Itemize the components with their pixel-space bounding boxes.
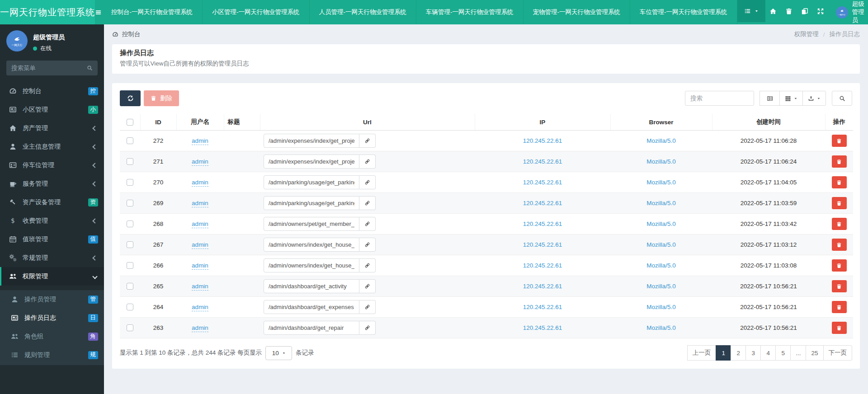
sidebar-item[interactable]: 服务管理	[0, 174, 104, 193]
browser-link[interactable]: Mozilla/5.0	[646, 200, 676, 206]
username-link[interactable]: admin	[192, 158, 208, 166]
row-checkbox[interactable]	[127, 179, 133, 186]
trash-button[interactable]	[781, 0, 797, 22]
sidebar-subitem[interactable]: 规则管理 规	[0, 346, 104, 364]
open-link-button[interactable]	[359, 196, 376, 210]
sidebar-item[interactable]: 资产设备管理 资	[0, 193, 104, 211]
page-button[interactable]: 4	[760, 345, 776, 361]
tabs-dropdown-button[interactable]	[737, 0, 765, 22]
open-link-button[interactable]	[359, 238, 376, 252]
url-input[interactable]	[264, 279, 359, 293]
ip-link[interactable]: 120.245.22.61	[523, 179, 562, 186]
row-checkbox[interactable]	[127, 137, 133, 144]
row-delete-button[interactable]	[832, 135, 847, 147]
browser-link[interactable]: Mozilla/5.0	[646, 179, 676, 186]
sidebar-item[interactable]: 权限管理	[0, 267, 104, 286]
window-tab[interactable]: 人员管理-一网天行物业管理系统	[310, 0, 417, 24]
username-link[interactable]: admin	[192, 137, 208, 145]
sidebar-subitem[interactable]: 角色组 角	[0, 327, 104, 346]
refresh-button[interactable]	[120, 90, 141, 106]
url-input[interactable]	[264, 134, 359, 148]
row-delete-button[interactable]	[832, 197, 847, 209]
open-link-button[interactable]	[359, 217, 376, 231]
window-tab[interactable]: 宠物管理-一网天行物业管理系统	[524, 0, 631, 24]
row-checkbox[interactable]	[127, 262, 133, 269]
url-input[interactable]	[264, 196, 359, 210]
row-checkbox[interactable]	[127, 241, 133, 248]
username-link[interactable]: admin	[192, 200, 208, 207]
detail-view-button[interactable]	[760, 91, 780, 106]
url-input[interactable]	[264, 238, 359, 252]
row-checkbox[interactable]	[127, 220, 133, 227]
row-delete-button[interactable]	[832, 218, 847, 230]
sidebar-item[interactable]: 停车位管理	[0, 156, 104, 174]
browser-link[interactable]: Mozilla/5.0	[646, 158, 676, 165]
fullscreen-button[interactable]	[813, 0, 829, 22]
column-header[interactable]: 创建时间	[712, 114, 825, 131]
sidebar-item[interactable]: 业主信息管理	[0, 137, 104, 156]
sidebar-item[interactable]: 常规管理	[0, 249, 104, 267]
open-link-button[interactable]	[359, 279, 376, 293]
username-link[interactable]: admin	[192, 262, 208, 270]
column-header[interactable]: 操作	[825, 114, 853, 131]
ip-link[interactable]: 120.245.22.61	[523, 158, 562, 165]
open-link-button[interactable]	[359, 258, 376, 272]
column-header[interactable]: ID	[140, 114, 176, 131]
username-link[interactable]: admin	[192, 324, 208, 332]
page-button[interactable]: 5	[775, 345, 791, 361]
ip-link[interactable]: 120.245.22.61	[523, 241, 562, 248]
open-link-button[interactable]	[359, 175, 376, 189]
search-icon[interactable]	[87, 65, 93, 71]
sidebar-item[interactable]: 房产管理	[0, 119, 104, 137]
row-checkbox[interactable]	[127, 200, 133, 206]
url-input[interactable]	[264, 321, 359, 335]
breadcrumb-home[interactable]: 控制台	[122, 30, 141, 38]
row-checkbox[interactable]	[127, 324, 133, 331]
username-link[interactable]: admin	[192, 179, 208, 187]
select-all-checkbox[interactable]	[127, 119, 133, 126]
open-link-button[interactable]	[359, 155, 376, 169]
row-checkbox[interactable]	[127, 304, 133, 310]
url-input[interactable]	[264, 258, 359, 272]
url-input[interactable]	[264, 300, 359, 314]
username-link[interactable]: admin	[192, 241, 208, 249]
page-button[interactable]: 上一页	[687, 345, 717, 361]
url-input[interactable]	[264, 217, 359, 231]
page-button[interactable]: 2	[731, 345, 746, 361]
columns-button[interactable]	[779, 91, 803, 106]
column-header[interactable]: Url	[260, 114, 475, 131]
row-delete-button[interactable]	[832, 322, 847, 334]
user-menu[interactable]: 一网天行 超级管理员	[829, 0, 868, 24]
delete-button[interactable]: 删除	[144, 90, 179, 106]
sidebar-subitem[interactable]: 操作员管理 管	[0, 290, 104, 309]
window-tab[interactable]: 车位管理-一网天行物业管理系统	[630, 0, 737, 24]
page-size-select[interactable]: 10	[265, 346, 292, 360]
window-tab[interactable]: 控制台-一网天行物业管理系统	[102, 0, 203, 24]
page-button[interactable]: 3	[745, 345, 761, 361]
ip-link[interactable]: 120.245.22.61	[523, 220, 562, 227]
ip-link[interactable]: 120.245.22.61	[523, 283, 562, 290]
url-input[interactable]	[264, 155, 359, 169]
sidebar-search-input[interactable]	[11, 65, 83, 71]
sidebar-item[interactable]: 收费管理	[0, 211, 104, 230]
browser-link[interactable]: Mozilla/5.0	[646, 220, 676, 227]
page-button[interactable]: 25	[806, 345, 823, 361]
open-link-button[interactable]	[359, 300, 376, 314]
copy-button[interactable]	[797, 0, 813, 22]
sidebar-toggle-button[interactable]	[95, 0, 102, 24]
ip-link[interactable]: 120.245.22.61	[523, 324, 562, 331]
column-header[interactable]: IP	[475, 114, 610, 131]
row-delete-button[interactable]	[832, 301, 847, 313]
page-button[interactable]: ...	[790, 345, 806, 361]
row-delete-button[interactable]	[832, 280, 847, 292]
browser-link[interactable]: Mozilla/5.0	[646, 137, 676, 144]
ip-link[interactable]: 120.245.22.61	[523, 200, 562, 206]
url-input[interactable]	[264, 175, 359, 189]
advanced-search-button[interactable]	[832, 91, 852, 106]
row-delete-button[interactable]	[832, 259, 847, 272]
browser-link[interactable]: Mozilla/5.0	[646, 324, 676, 331]
row-checkbox[interactable]	[127, 283, 133, 290]
browser-link[interactable]: Mozilla/5.0	[646, 304, 676, 310]
window-tab[interactable]: 小区管理-一网天行物业管理系统	[203, 0, 310, 24]
row-delete-button[interactable]	[832, 176, 847, 188]
